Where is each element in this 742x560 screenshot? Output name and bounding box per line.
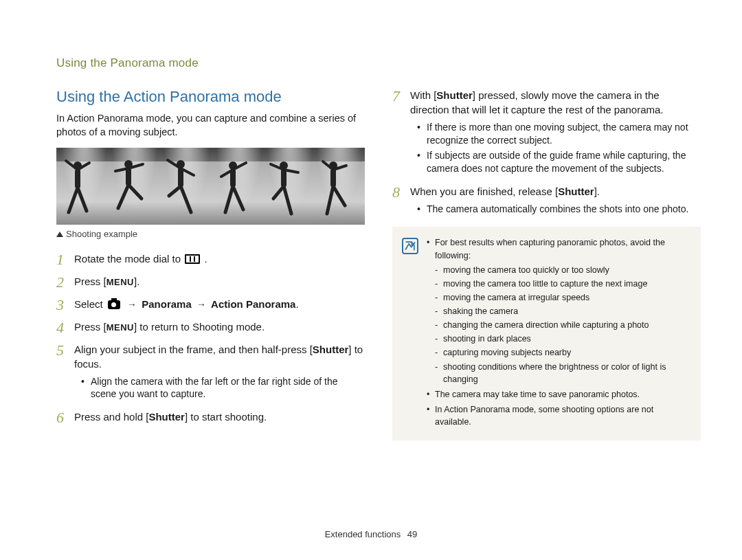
page-header: Using the Panorama mode	[56, 56, 701, 70]
step-number: 1	[56, 251, 74, 267]
panorama-mode-icon	[185, 254, 200, 264]
step-sub-bullets: If there is more than one moving subject…	[410, 121, 701, 175]
step-sub-bullets: Align the camera with the far left or th…	[74, 375, 365, 401]
step-1: 1Rotate the mode dial to .	[56, 251, 365, 267]
example-caption: Shooting example	[56, 229, 365, 239]
svg-rect-1	[75, 169, 80, 188]
camera-icon	[108, 300, 120, 309]
note-item: changing the camera direction while capt…	[435, 319, 690, 331]
step-body: With [Shutter] pressed, slowly move the …	[410, 88, 701, 177]
step-number: 6	[56, 410, 74, 425]
note-icon	[402, 238, 418, 254]
step-body: Press [MENU] to return to Shooting mode.	[74, 320, 365, 334]
step-5: 5Align your subject in the frame, and th…	[56, 342, 365, 403]
note-item: shooting conditions where the brightness…	[435, 361, 690, 385]
steps-list-left: 1Rotate the mode dial to .2Press [MENU].…	[56, 251, 365, 426]
left-column: Using the Action Panorama mode In Action…	[56, 88, 365, 440]
steps-list-right: 7With [Shutter] pressed, slowly move the…	[392, 88, 701, 217]
note-extra-2: In Action Panorama mode, some shooting o…	[427, 403, 690, 428]
step-body: Align your subject in the frame, and the…	[74, 342, 365, 403]
note-box: For best results when capturing panorami…	[392, 227, 701, 440]
step-body: When you are finished, release [Shutter]…	[410, 184, 701, 218]
footer-section: Extended functions	[325, 529, 401, 539]
sub-bullet: The camera automatically combines the sh…	[417, 203, 701, 216]
step-8: 8When you are finished, release [Shutter…	[392, 184, 701, 218]
step-number: 5	[56, 342, 74, 358]
page-footer: Extended functions 49	[0, 529, 742, 539]
menu-button-icon: MENU	[106, 276, 134, 289]
step-number: 8	[392, 184, 410, 200]
note-item: shaking the camera	[435, 305, 690, 317]
note-extra-1: The camera may take time to save panoram…	[427, 388, 690, 401]
note-lead: For best results when capturing panorami…	[427, 236, 690, 385]
step-number: 4	[56, 320, 74, 335]
note-content: For best results when capturing panorami…	[427, 236, 690, 431]
triangle-up-icon	[56, 232, 63, 237]
step-body: Select → Panorama → Action Panorama.	[74, 297, 365, 312]
step-body: Press [MENU].	[74, 274, 365, 289]
section-title: Using the Action Panorama mode	[56, 88, 365, 106]
note-item: moving the camera too quickly or too slo…	[435, 264, 690, 276]
svg-rect-3	[126, 168, 131, 186]
step-6: 6Press and hold [Shutter] to start shoot…	[56, 410, 365, 425]
svg-rect-9	[281, 169, 286, 187]
step-number: 3	[56, 297, 74, 313]
sub-bullet: If there is more than one moving subject…	[417, 121, 701, 147]
shooting-example-image	[56, 148, 365, 225]
step-4: 4Press [MENU] to return to Shooting mode…	[56, 320, 365, 335]
step-2: 2Press [MENU].	[56, 274, 365, 290]
footer-page-number: 49	[407, 529, 417, 539]
note-item: moving the camera at irregular speeds	[435, 291, 690, 304]
step-number: 2	[56, 274, 74, 290]
step-number: 7	[392, 88, 410, 104]
step-body: Press and hold [Shutter] to start shooti…	[74, 410, 365, 424]
step-body: Rotate the mode dial to .	[74, 251, 365, 266]
svg-rect-11	[330, 169, 336, 187]
step-7: 7With [Shutter] pressed, slowly move the…	[392, 88, 701, 177]
step-sub-bullets: The camera automatically combines the sh…	[410, 203, 701, 216]
sub-bullet: If subjects are outside of the guide fra…	[417, 149, 701, 175]
note-item: shooting in dark places	[435, 333, 690, 345]
note-item: capturing moving subjects nearby	[435, 346, 690, 359]
sub-bullet: Align the camera with the far left or th…	[81, 375, 365, 401]
intro-text: In Action Panorama mode, you can capture…	[56, 111, 365, 139]
step-3: 3Select → Panorama → Action Panorama.	[56, 297, 365, 313]
right-column: 7With [Shutter] pressed, slowly move the…	[392, 88, 701, 440]
note-item: moving the camera too little to capture …	[435, 278, 690, 290]
menu-button-icon: MENU	[106, 322, 134, 334]
